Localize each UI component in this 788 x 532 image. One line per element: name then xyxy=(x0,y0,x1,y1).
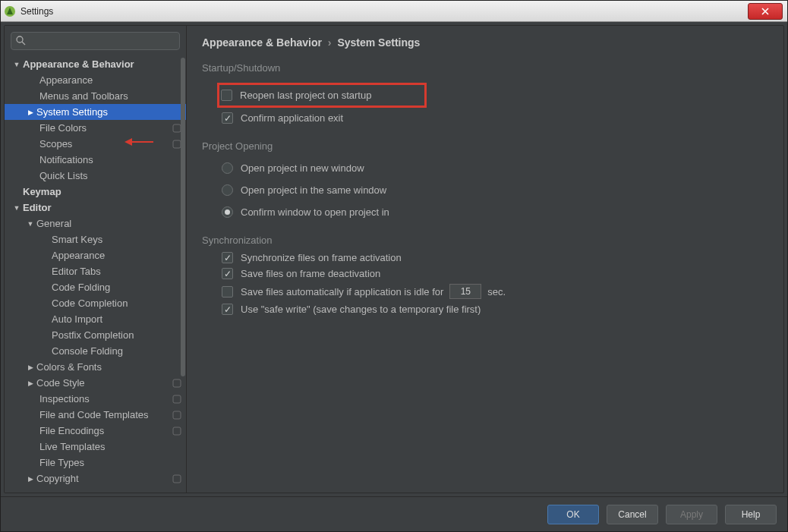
label-reopen-last: Reopen last project on startup xyxy=(240,90,371,101)
label-save-deactivation: Save files on frame deactivation xyxy=(241,268,380,279)
settings-tree[interactable]: ▼Appearance & Behavior Appearance Menus … xyxy=(5,56,186,493)
dialog-footer: OK Cancel Apply Help xyxy=(1,496,787,531)
label-save-auto-prefix: Save files automatically if application … xyxy=(241,286,443,297)
label-safe-write: Use "safe write" (save changes to a temp… xyxy=(241,304,481,315)
radio-confirm-window[interactable] xyxy=(222,206,233,218)
tree-keymap[interactable]: Keymap xyxy=(5,184,186,200)
label-sync-frame: Synchronize files on frame activation xyxy=(241,252,402,263)
apply-button[interactable]: Apply xyxy=(666,505,717,524)
tree-file-encodings[interactable]: File Encodings xyxy=(5,423,186,439)
tree-label: System Settings xyxy=(36,106,108,118)
tree-scopes[interactable]: Scopes xyxy=(5,136,186,152)
checkbox-save-auto[interactable] xyxy=(222,286,233,297)
tree-code-completion[interactable]: Code Completion xyxy=(5,295,186,311)
label-confirm-window: Confirm window to open project in xyxy=(241,206,389,218)
tree-label: Notifications xyxy=(39,154,93,165)
label-confirm-exit: Confirm application exit xyxy=(241,112,343,124)
tree-label: File Colors xyxy=(39,122,87,134)
tree-label: Auto Import xyxy=(52,313,102,325)
tree-postfix-completion[interactable]: Postfix Completion xyxy=(5,327,186,343)
tree-label: Appearance xyxy=(52,250,105,261)
breadcrumb-leaf: System Settings xyxy=(337,36,420,49)
close-button[interactable] xyxy=(748,3,783,20)
tree-code-style[interactable]: ▶Code Style xyxy=(5,375,186,391)
tree-code-folding[interactable]: Code Folding xyxy=(5,279,186,295)
tree-appearance[interactable]: Appearance xyxy=(5,72,186,88)
label-save-auto-suffix: sec. xyxy=(487,286,506,297)
tree-label: Editor xyxy=(23,202,52,213)
radio-open-new-window[interactable] xyxy=(222,162,233,174)
sidebar: ▼Appearance & Behavior Appearance Menus … xyxy=(5,26,187,493)
tree-auto-import[interactable]: Auto Import xyxy=(5,311,186,327)
checkbox-confirm-exit[interactable] xyxy=(222,112,233,124)
settings-window: Settings ▼Appearance & Behavior Appearan… xyxy=(0,0,788,532)
app-icon xyxy=(4,5,16,17)
chevron-down-icon: ▼ xyxy=(26,220,35,228)
tree-inspections[interactable]: Inspections xyxy=(5,391,186,407)
label-open-same-window: Open project in the same window xyxy=(241,184,386,196)
svg-line-2 xyxy=(22,42,25,45)
tree-label: Appearance xyxy=(39,74,93,86)
chevron-down-icon: ▼ xyxy=(12,61,21,68)
scrollbar-thumb[interactable] xyxy=(181,58,185,376)
section-startup: Startup/Shutdown xyxy=(202,62,768,74)
tree-label: File Types xyxy=(39,457,84,468)
tree-label: File Encodings xyxy=(39,425,104,436)
chevron-right-icon: ▶ xyxy=(26,379,35,387)
tree-label: Code Completion xyxy=(52,297,128,309)
tree-live-templates[interactable]: Live Templates xyxy=(5,439,186,455)
radio-open-same-window[interactable] xyxy=(222,184,233,196)
checkbox-reopen-last[interactable] xyxy=(221,90,232,101)
search-icon xyxy=(15,35,26,49)
tree-copyright[interactable]: ▶Copyright xyxy=(5,471,186,486)
search-wrap xyxy=(5,26,186,56)
tree-label: Colors & Fonts xyxy=(36,361,102,373)
annotation-highlight: Reopen last project on startup xyxy=(217,83,427,108)
tree-file-types[interactable]: File Types xyxy=(5,455,186,471)
tree-colors-fonts[interactable]: ▶Colors & Fonts xyxy=(5,359,186,375)
tree-label: Copyright xyxy=(36,473,79,484)
tree-file-colors[interactable]: File Colors xyxy=(5,120,186,136)
cancel-button[interactable]: Cancel xyxy=(607,505,658,524)
close-icon xyxy=(761,8,769,15)
tree-console-folding[interactable]: Console Folding xyxy=(5,343,186,359)
tree-label: Code Folding xyxy=(52,282,110,293)
tree-label: Live Templates xyxy=(39,441,105,452)
window-title: Settings xyxy=(20,6,748,17)
tree-label: Menus and Toolbars xyxy=(39,90,128,102)
checkbox-safe-write[interactable] xyxy=(222,304,233,315)
checkbox-sync-frame[interactable] xyxy=(222,252,233,263)
tree-system-settings[interactable]: ▶System Settings xyxy=(5,104,186,120)
tree-label: Appearance & Behavior xyxy=(23,58,134,70)
chevron-right-icon: ▶ xyxy=(26,475,35,483)
tree-label: Quick Lists xyxy=(39,170,88,181)
sidebar-scrollbar[interactable] xyxy=(180,58,186,493)
tree-label: File and Code Templates xyxy=(39,409,149,420)
section-synchronization: Synchronization xyxy=(202,235,768,246)
tree-quick-lists[interactable]: Quick Lists xyxy=(5,168,186,184)
tree-appearance-behavior[interactable]: ▼Appearance & Behavior xyxy=(5,56,186,72)
tree-smart-keys[interactable]: Smart Keys xyxy=(5,231,186,247)
tree-label: Editor Tabs xyxy=(52,266,101,277)
content-area: ▼Appearance & Behavior Appearance Menus … xyxy=(4,25,784,493)
tree-label: Scopes xyxy=(39,138,72,150)
tree-menus-toolbars[interactable]: Menus and Toolbars xyxy=(5,88,186,104)
tree-label: General xyxy=(36,218,71,229)
tree-label: Keymap xyxy=(23,186,61,197)
ok-button[interactable]: OK xyxy=(547,505,599,524)
tree-notifications[interactable]: Notifications xyxy=(5,152,186,168)
tree-file-code-templates[interactable]: File and Code Templates xyxy=(5,407,186,423)
tree-appearance2[interactable]: Appearance xyxy=(5,247,186,263)
help-button[interactable]: Help xyxy=(725,505,777,524)
breadcrumb-root: Appearance & Behavior xyxy=(202,36,322,49)
tree-editor-tabs[interactable]: Editor Tabs xyxy=(5,263,186,279)
tree-label: Code Style xyxy=(36,377,85,389)
input-idle-seconds[interactable] xyxy=(449,284,481,299)
chevron-right-icon: ▶ xyxy=(26,364,35,371)
tree-general[interactable]: ▼General xyxy=(5,216,186,231)
breadcrumb: Appearance & Behavior › System Settings xyxy=(202,36,768,49)
main-panel: Appearance & Behavior › System Settings … xyxy=(187,26,783,493)
tree-editor[interactable]: ▼Editor xyxy=(5,200,186,216)
checkbox-save-deactivation[interactable] xyxy=(222,268,233,279)
search-input[interactable] xyxy=(11,32,180,50)
